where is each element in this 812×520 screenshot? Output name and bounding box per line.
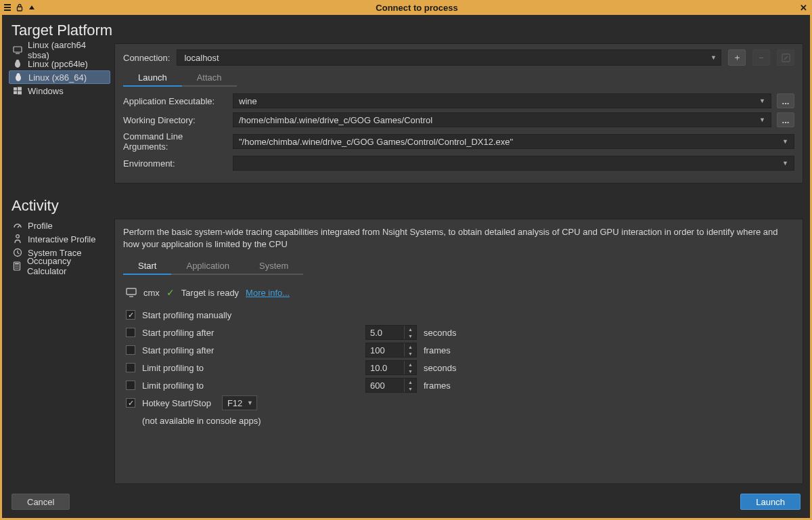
svg-rect-9 — [18, 91, 22, 95]
platform-item[interactable]: Windows — [9, 84, 110, 98]
step-up-icon[interactable]: ▲ — [405, 361, 416, 368]
svg-point-16 — [17, 265, 18, 267]
chevron-down-icon: ▼ — [782, 160, 788, 167]
activity-item-profile[interactable]: Profile — [9, 219, 110, 232]
opt-limit-frames-label: Limit profiling to — [142, 381, 359, 391]
platform-label: Linux (ppc64le) — [28, 59, 88, 69]
connection-select[interactable]: localhost ▼ — [177, 49, 721, 66]
activity-item-occupancy[interactable]: Occupancy Calculator — [9, 259, 110, 273]
clock-icon — [13, 248, 22, 257]
up-icon[interactable] — [27, 3, 37, 12]
step-up-icon[interactable]: ▲ — [405, 326, 416, 332]
remove-connection-button: − — [752, 49, 770, 66]
footer: Cancel Launch — [2, 491, 810, 518]
limit-frames-stepper[interactable]: ▲▼ — [365, 378, 417, 393]
svg-rect-14 — [15, 263, 19, 265]
target-host: cmx — [143, 288, 160, 298]
unit-frames: frames — [424, 381, 451, 391]
step-down-icon[interactable]: ▼ — [405, 385, 416, 392]
target-tabbar: Launch Attach — [123, 70, 794, 87]
activity-item-interactive[interactable]: Interactive Profile — [9, 232, 110, 246]
more-info-link[interactable]: More info... — [246, 288, 290, 298]
limit-sec-stepper[interactable]: ▲▼ — [365, 360, 417, 375]
chevron-down-icon: ▼ — [782, 138, 788, 145]
opt-hotkey-label: Hotkey Start/Stop — [142, 398, 211, 408]
activity-label: Interactive Profile — [28, 234, 95, 244]
unit-seconds: seconds — [424, 363, 456, 373]
platform-list: Linux (aarch64 sbsa) Linux (ppc64le) Lin… — [9, 43, 110, 183]
platform-label: Windows — [28, 86, 64, 96]
hotkey-value: F12 — [227, 398, 242, 408]
target-status-text: Target is ready — [181, 288, 239, 298]
step-down-icon[interactable]: ▼ — [405, 332, 416, 339]
tab-start[interactable]: Start — [123, 258, 171, 275]
tab-attach[interactable]: Attach — [182, 70, 237, 87]
penguin-icon — [13, 59, 22, 68]
section-activity: Activity — [2, 190, 810, 219]
step-down-icon[interactable]: ▼ — [405, 350, 416, 357]
after-frames-stepper[interactable]: ▲▼ — [365, 343, 417, 358]
section-target-platform: Target Platform — [2, 15, 810, 43]
monitor-icon — [13, 45, 22, 55]
svg-point-17 — [18, 265, 20, 267]
svg-rect-8 — [14, 91, 17, 95]
opt-manual-label: Start profiling manually — [142, 310, 359, 320]
launch-button[interactable]: Launch — [740, 494, 800, 510]
activity-description: Perform the basic system-wide tracing ca… — [123, 225, 794, 255]
chevron-down-icon: ▼ — [710, 54, 717, 61]
checkbox-hotkey[interactable] — [126, 398, 135, 408]
menu-icon[interactable] — [3, 3, 12, 12]
args-field[interactable]: "/home/chimba/.wine/drive_c/GOG Games/Co… — [233, 134, 794, 149]
platform-item[interactable]: Linux (aarch64 sbsa) — [9, 43, 110, 57]
checkbox-after-frames[interactable] — [126, 345, 135, 355]
calculator-icon — [13, 261, 22, 271]
step-down-icon[interactable]: ▼ — [405, 368, 416, 374]
svg-point-19 — [17, 267, 18, 269]
checkbox-limit-sec[interactable] — [126, 363, 135, 372]
checkbox-limit-frames[interactable] — [126, 381, 135, 390]
gauge-icon — [13, 221, 22, 230]
svg-rect-21 — [127, 288, 136, 295]
checkbox-after-sec[interactable] — [126, 328, 135, 337]
wd-field[interactable]: /home/chimba/.wine/drive_c/GOG Games/Con… — [233, 112, 771, 127]
close-icon[interactable]: ✕ — [797, 1, 809, 14]
env-field[interactable]: ▼ — [233, 156, 794, 171]
executable-field[interactable]: wine▼ — [233, 93, 771, 108]
checkbox-manual[interactable] — [126, 310, 135, 320]
platform-label: Linux (aarch64 sbsa) — [28, 40, 106, 60]
monitor-icon — [126, 288, 137, 297]
titlebar: Connect to process ✕ — [0, 0, 812, 15]
cancel-button[interactable]: Cancel — [12, 494, 70, 510]
after-sec-stepper[interactable]: ▲▼ — [365, 325, 417, 340]
svg-point-20 — [18, 267, 20, 269]
svg-rect-6 — [14, 87, 17, 91]
svg-rect-7 — [18, 87, 22, 91]
wd-label: Working Directory: — [123, 115, 227, 125]
executable-browse-button[interactable]: ... — [777, 93, 794, 108]
env-label: Environment: — [123, 158, 227, 169]
add-connection-button[interactable]: ＋ — [728, 49, 746, 66]
tab-system[interactable]: System — [244, 258, 303, 275]
tab-launch[interactable]: Launch — [123, 70, 182, 87]
opt-limit-sec-label: Limit profiling to — [142, 363, 359, 373]
step-up-icon[interactable]: ▲ — [405, 343, 416, 350]
tab-application[interactable]: Application — [171, 258, 244, 275]
wd-browse-button[interactable]: ... — [777, 112, 794, 127]
unit-frames: frames — [424, 345, 451, 355]
step-up-icon[interactable]: ▲ — [405, 378, 416, 385]
activity-label: Occupancy Calculator — [27, 256, 106, 276]
edit-connection-button — [777, 49, 794, 66]
hotkey-note: (not available in console apps) — [123, 412, 794, 426]
platform-label: Linux (x86_64) — [28, 72, 87, 83]
activity-tabbar: Start Application System — [123, 258, 794, 275]
chevron-down-icon: ▼ — [247, 399, 253, 406]
lock-icon[interactable] — [15, 3, 24, 12]
platform-item[interactable]: Linux (x86_64) — [9, 70, 110, 84]
activity-panel: Perform the basic system-wide tracing ca… — [114, 219, 803, 484]
svg-rect-1 — [14, 47, 22, 52]
opt-after-sec-label: Start profiling after — [142, 328, 359, 338]
svg-point-18 — [16, 267, 17, 269]
windows-icon — [13, 87, 22, 95]
hotkey-select[interactable]: F12 ▼ — [222, 395, 257, 410]
target-status: cmx ✓ Target is ready More info... — [123, 282, 794, 306]
